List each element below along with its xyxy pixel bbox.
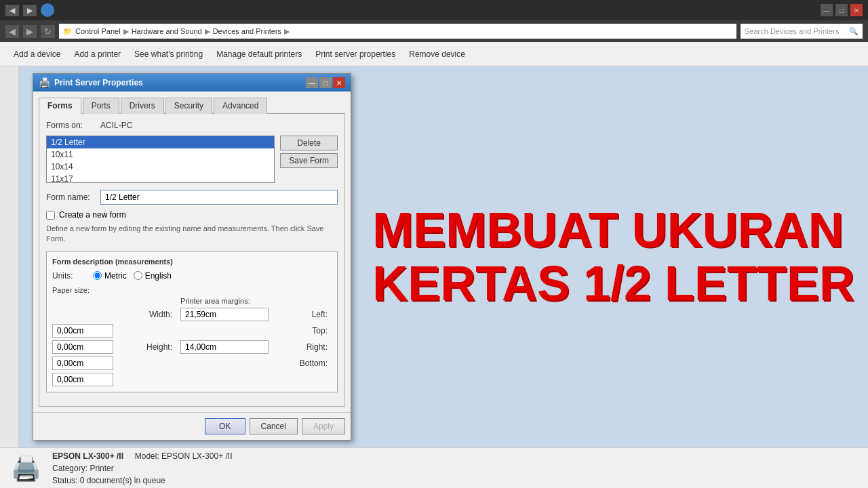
apply-button[interactable]: Apply	[302, 418, 345, 434]
toolbar: Add a device Add a printer See what's pr…	[0, 42, 868, 66]
height-label: Height:	[117, 342, 176, 352]
top-value[interactable]: 0,00cm	[52, 340, 113, 354]
left-label: Left:	[273, 310, 332, 319]
left-value[interactable]: 0,00cm	[52, 324, 113, 338]
english-radio[interactable]	[134, 271, 142, 280]
dialog-body: Forms Ports Drivers Security Advanced Fo…	[33, 92, 351, 412]
english-label: English	[145, 271, 172, 281]
dialog-close-button[interactable]: ✕	[333, 77, 345, 88]
dialog-maximize-button[interactable]: □	[319, 77, 332, 88]
category-row: Category: Printer	[52, 462, 232, 474]
printer-area-header: Printer area margins:	[180, 297, 332, 305]
browser-close-button[interactable]: ✕	[850, 4, 863, 16]
refresh-button[interactable]: ↻	[41, 25, 55, 38]
tab-content-forms: Forms on: ACIL-PC 1/2 Letter 10x11 10x14…	[39, 114, 345, 407]
overlay-line1: MEMBUAT UKURAN	[372, 203, 854, 257]
breadcrumb[interactable]: 📁 Control Panel ▶ Hardware and Sound ▶ D…	[59, 24, 736, 39]
status-row: Status: 0 document(s) in queue	[52, 474, 232, 487]
list-box-container: 1/2 Letter 10x11 10x14 11x17 Delete Save…	[46, 136, 338, 183]
printer-name: EPSON LX-300+ /II	[52, 451, 123, 461]
model-label: Model:	[135, 451, 159, 461]
address-bar: ◀ ▶ ↻ 📁 Control Panel ▶ Hardware and Sou…	[0, 20, 868, 42]
top-label: Top:	[273, 326, 332, 336]
units-label: Units:	[52, 271, 86, 281]
metric-label: Metric	[104, 271, 127, 281]
tab-security[interactable]: Security	[165, 98, 212, 114]
description-text: Define a new form by editing the existin…	[46, 224, 338, 245]
browser-win-controls: — □ ✕	[821, 4, 863, 16]
back-button[interactable]: ◀	[5, 5, 19, 16]
bottom-value[interactable]: 0,00cm	[52, 373, 113, 386]
create-new-form-label[interactable]: Create a new form	[59, 210, 126, 220]
print-server-properties-button[interactable]: Print server properties	[310, 47, 401, 62]
list-item-10x14[interactable]: 10x14	[47, 161, 274, 173]
browser-chrome: ◀ ▶ — □ ✕	[0, 0, 868, 20]
paper-size-header: Paper size:	[52, 286, 176, 294]
add-printer-button[interactable]: Add a printer	[68, 47, 126, 62]
list-item-11x17[interactable]: 11x17	[47, 173, 274, 183]
form-desc-title: Form description (measurements)	[52, 258, 332, 266]
ok-button[interactable]: OK	[205, 418, 245, 434]
breadcrumb-item-hardware[interactable]: Hardware and Sound	[132, 27, 202, 35]
measurements-grid: Paper size: Printer area margins: Width:…	[52, 286, 332, 386]
units-row: Units: Metric English	[52, 271, 332, 281]
dialog-minimize-button[interactable]: —	[306, 77, 318, 88]
printer-status-icon: 🖨️	[11, 454, 41, 483]
breadcrumb-item-control-panel[interactable]: Control Panel	[75, 27, 121, 35]
forms-on-row: Forms on: ACIL-PC	[46, 121, 338, 130]
print-server-dialog: 🖨️ Print Server Properties — □ ✕ Forms P…	[33, 73, 351, 441]
height-value[interactable]: 14,00cm	[180, 340, 269, 354]
cancel-button[interactable]: Cancel	[250, 418, 298, 434]
create-new-form-checkbox[interactable]	[46, 211, 55, 220]
see-whats-printing-button[interactable]: See what's printing	[129, 47, 208, 62]
english-option[interactable]: English	[134, 271, 172, 281]
browser-maximize-button[interactable]: □	[835, 4, 848, 16]
tab-advanced[interactable]: Advanced	[214, 98, 267, 114]
tab-forms[interactable]: Forms	[39, 98, 81, 114]
right-value[interactable]: 0,00cm	[52, 357, 113, 370]
dialog-footer: OK Cancel Apply	[33, 412, 351, 440]
manage-default-printers-button[interactable]: Manage default printers	[211, 47, 307, 62]
list-item-10x11[interactable]: 10x11	[47, 148, 274, 161]
metric-option[interactable]: Metric	[93, 271, 127, 281]
delete-button[interactable]: Delete	[280, 136, 338, 150]
browser-logo	[41, 3, 54, 17]
statusbar: 🖨️ EPSON LX-300+ /II Model: EPSON LX-300…	[0, 447, 868, 488]
printer-name-row: EPSON LX-300+ /II Model: EPSON LX-300+ /…	[52, 450, 232, 462]
form-name-label: Form name:	[46, 192, 100, 202]
back-nav-button[interactable]: ◀	[5, 25, 19, 38]
form-name-input[interactable]	[100, 190, 338, 205]
add-device-button[interactable]: Add a device	[8, 47, 66, 62]
form-name-row: Form name:	[46, 190, 338, 205]
overlay-text: MEMBUAT UKURAN KERTAS 1/2 LETTER	[372, 203, 854, 310]
dialog-icon: 🖨️	[39, 77, 50, 88]
create-new-form-row: Create a new form	[46, 210, 338, 220]
list-item-half-letter[interactable]: 1/2 Letter	[47, 136, 274, 148]
browser-nav-area: ◀ ▶	[5, 3, 816, 17]
category-value: Printer	[90, 464, 113, 473]
forms-on-label: Forms on:	[46, 121, 100, 130]
tab-ports[interactable]: Ports	[83, 98, 119, 114]
search-icon[interactable]: 🔍	[849, 27, 859, 36]
forward-button[interactable]: ▶	[23, 5, 37, 16]
bottom-label: Bottom:	[273, 359, 332, 368]
search-box[interactable]: Search Devices and Printers 🔍	[741, 24, 863, 39]
list-actions: Delete Save Form	[280, 136, 338, 183]
width-value[interactable]: 21,59cm	[180, 308, 269, 321]
tab-drivers[interactable]: Drivers	[121, 98, 164, 114]
save-form-button[interactable]: Save Form	[280, 153, 338, 168]
category-label: Category:	[52, 464, 87, 473]
overlay-line2: KERTAS 1/2 LETTER	[372, 257, 854, 310]
forms-on-value: ACIL-PC	[100, 121, 132, 130]
browser-minimize-button[interactable]: —	[821, 4, 833, 16]
forms-list[interactable]: 1/2 Letter 10x11 10x14 11x17	[46, 136, 275, 183]
printer-info: EPSON LX-300+ /II Model: EPSON LX-300+ /…	[52, 450, 232, 487]
forward-nav-button[interactable]: ▶	[23, 25, 37, 38]
remove-device-button[interactable]: Remove device	[403, 47, 471, 62]
status-value: 0 document(s) in queue	[80, 476, 165, 485]
status-label: Status:	[52, 476, 77, 485]
breadcrumb-item-devices[interactable]: Devices and Printers	[213, 27, 282, 35]
form-desc-box: Form description (measurements) Units: M…	[46, 251, 338, 392]
background-content: MEMBUAT UKURAN KERTAS 1/2 LETTER 🖨️ Prin…	[19, 66, 868, 447]
metric-radio[interactable]	[93, 271, 102, 280]
